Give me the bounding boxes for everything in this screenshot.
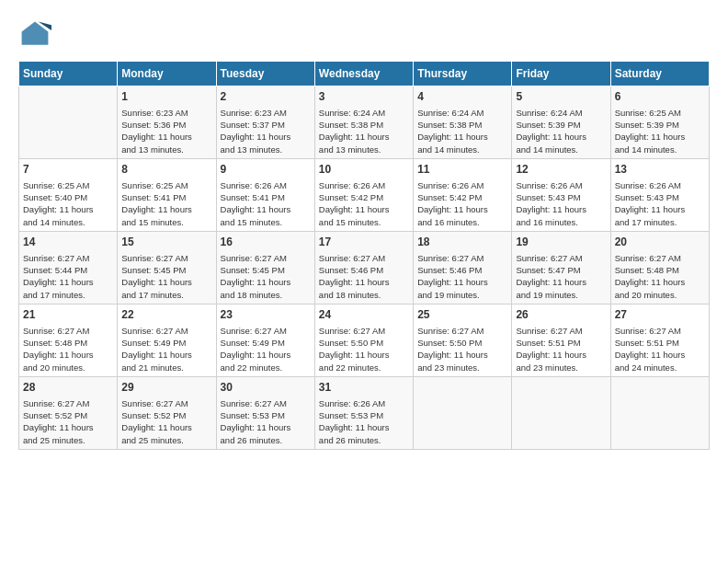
day-info: Sunrise: 6:24 AM Sunset: 5:38 PM Dayligh… <box>319 107 409 155</box>
weekday-header-thursday: Thursday <box>414 62 512 86</box>
day-info: Sunrise: 6:27 AM Sunset: 5:53 PM Dayligh… <box>221 397 311 446</box>
calendar-cell: 5Sunrise: 6:24 AM Sunset: 5:39 PM Daylig… <box>512 86 610 159</box>
day-info: Sunrise: 6:27 AM Sunset: 5:44 PM Dayligh… <box>23 252 113 301</box>
calendar-cell: 14Sunrise: 6:27 AM Sunset: 5:44 PM Dayli… <box>19 231 118 304</box>
day-number: 6 <box>615 89 705 105</box>
page-header <box>18 18 710 52</box>
day-info: Sunrise: 6:24 AM Sunset: 5:39 PM Dayligh… <box>516 107 606 155</box>
calendar-cell: 12Sunrise: 6:26 AM Sunset: 5:43 PM Dayli… <box>512 158 610 231</box>
day-number: 26 <box>516 307 606 323</box>
day-info: Sunrise: 6:27 AM Sunset: 5:45 PM Dayligh… <box>121 252 211 301</box>
weekday-header-wednesday: Wednesday <box>314 62 413 86</box>
day-info: Sunrise: 6:27 AM Sunset: 5:49 PM Dayligh… <box>221 325 311 373</box>
day-info: Sunrise: 6:27 AM Sunset: 5:48 PM Dayligh… <box>615 252 705 301</box>
day-info: Sunrise: 6:26 AM Sunset: 5:53 PM Dayligh… <box>319 397 409 446</box>
day-number: 29 <box>121 380 211 396</box>
calendar-cell: 26Sunrise: 6:27 AM Sunset: 5:51 PM Dayli… <box>512 304 610 376</box>
day-info: Sunrise: 6:25 AM Sunset: 5:39 PM Dayligh… <box>615 107 705 155</box>
day-info: Sunrise: 6:26 AM Sunset: 5:41 PM Dayligh… <box>221 179 311 228</box>
day-info: Sunrise: 6:27 AM Sunset: 5:47 PM Dayligh… <box>516 252 606 301</box>
calendar-cell: 28Sunrise: 6:27 AM Sunset: 5:52 PM Dayli… <box>19 376 118 449</box>
day-info: Sunrise: 6:26 AM Sunset: 5:42 PM Dayligh… <box>319 179 409 228</box>
day-info: Sunrise: 6:27 AM Sunset: 5:48 PM Dayligh… <box>23 325 113 373</box>
day-info: Sunrise: 6:27 AM Sunset: 5:51 PM Dayligh… <box>615 325 705 373</box>
day-info: Sunrise: 6:27 AM Sunset: 5:52 PM Dayligh… <box>23 397 113 446</box>
week-row-4: 21Sunrise: 6:27 AM Sunset: 5:48 PM Dayli… <box>19 304 710 376</box>
calendar-cell: 24Sunrise: 6:27 AM Sunset: 5:50 PM Dayli… <box>314 304 413 376</box>
day-info: Sunrise: 6:25 AM Sunset: 5:40 PM Dayligh… <box>23 179 113 228</box>
calendar-cell: 31Sunrise: 6:26 AM Sunset: 5:53 PM Dayli… <box>314 376 413 449</box>
calendar-cell: 3Sunrise: 6:24 AM Sunset: 5:38 PM Daylig… <box>314 86 413 159</box>
calendar-cell <box>512 376 610 449</box>
day-info: Sunrise: 6:24 AM Sunset: 5:38 PM Dayligh… <box>417 107 507 155</box>
day-number: 13 <box>615 162 705 178</box>
day-info: Sunrise: 6:27 AM Sunset: 5:52 PM Dayligh… <box>121 397 211 446</box>
week-row-5: 28Sunrise: 6:27 AM Sunset: 5:52 PM Dayli… <box>19 376 710 449</box>
weekday-header-monday: Monday <box>118 62 216 86</box>
logo <box>18 18 55 52</box>
day-info: Sunrise: 6:23 AM Sunset: 5:37 PM Dayligh… <box>221 107 311 155</box>
day-info: Sunrise: 6:25 AM Sunset: 5:41 PM Dayligh… <box>121 179 211 228</box>
week-row-2: 7Sunrise: 6:25 AM Sunset: 5:40 PM Daylig… <box>19 158 710 231</box>
day-number: 14 <box>23 235 113 250</box>
calendar-cell: 21Sunrise: 6:27 AM Sunset: 5:48 PM Dayli… <box>19 304 118 376</box>
calendar-cell: 9Sunrise: 6:26 AM Sunset: 5:41 PM Daylig… <box>216 158 314 231</box>
day-info: Sunrise: 6:26 AM Sunset: 5:43 PM Dayligh… <box>516 179 606 228</box>
week-row-1: 1Sunrise: 6:23 AM Sunset: 5:36 PM Daylig… <box>19 86 710 159</box>
calendar-cell: 8Sunrise: 6:25 AM Sunset: 5:41 PM Daylig… <box>118 158 216 231</box>
calendar-cell: 22Sunrise: 6:27 AM Sunset: 5:49 PM Dayli… <box>118 304 216 376</box>
day-number: 30 <box>221 380 311 396</box>
calendar-cell: 30Sunrise: 6:27 AM Sunset: 5:53 PM Dayli… <box>216 376 314 449</box>
calendar-cell: 1Sunrise: 6:23 AM Sunset: 5:36 PM Daylig… <box>118 86 216 159</box>
calendar-cell: 13Sunrise: 6:26 AM Sunset: 5:43 PM Dayli… <box>610 158 709 231</box>
day-number: 31 <box>319 380 409 396</box>
day-number: 5 <box>516 89 606 105</box>
calendar-cell: 17Sunrise: 6:27 AM Sunset: 5:46 PM Dayli… <box>314 231 413 304</box>
day-number: 11 <box>417 162 507 178</box>
day-number: 23 <box>221 307 311 323</box>
calendar-cell: 11Sunrise: 6:26 AM Sunset: 5:42 PM Dayli… <box>414 158 512 231</box>
week-row-3: 14Sunrise: 6:27 AM Sunset: 5:44 PM Dayli… <box>19 231 710 304</box>
weekday-header-saturday: Saturday <box>610 62 709 86</box>
day-number: 18 <box>417 235 507 250</box>
day-info: Sunrise: 6:26 AM Sunset: 5:43 PM Dayligh… <box>615 179 705 228</box>
day-number: 12 <box>516 162 606 178</box>
day-number: 19 <box>516 235 606 250</box>
day-info: Sunrise: 6:27 AM Sunset: 5:50 PM Dayligh… <box>319 325 409 373</box>
day-number: 3 <box>319 89 409 105</box>
calendar-cell: 20Sunrise: 6:27 AM Sunset: 5:48 PM Dayli… <box>610 231 709 304</box>
day-number: 17 <box>319 235 409 250</box>
calendar-cell: 10Sunrise: 6:26 AM Sunset: 5:42 PM Dayli… <box>314 158 413 231</box>
calendar-cell: 16Sunrise: 6:27 AM Sunset: 5:45 PM Dayli… <box>216 231 314 304</box>
weekday-header-row: SundayMondayTuesdayWednesdayThursdayFrid… <box>19 62 710 86</box>
day-number: 7 <box>23 162 113 178</box>
calendar-table: SundayMondayTuesdayWednesdayThursdayFrid… <box>18 61 710 450</box>
calendar-cell: 19Sunrise: 6:27 AM Sunset: 5:47 PM Dayli… <box>512 231 610 304</box>
calendar-cell <box>19 86 118 159</box>
day-number: 21 <box>23 307 113 323</box>
day-number: 22 <box>121 307 211 323</box>
calendar-cell: 18Sunrise: 6:27 AM Sunset: 5:46 PM Dayli… <box>414 231 512 304</box>
calendar-cell: 4Sunrise: 6:24 AM Sunset: 5:38 PM Daylig… <box>414 86 512 159</box>
calendar-cell: 2Sunrise: 6:23 AM Sunset: 5:37 PM Daylig… <box>216 86 314 159</box>
day-info: Sunrise: 6:27 AM Sunset: 5:50 PM Dayligh… <box>417 325 507 373</box>
day-info: Sunrise: 6:23 AM Sunset: 5:36 PM Dayligh… <box>121 107 211 155</box>
day-number: 15 <box>121 235 211 250</box>
day-number: 20 <box>615 235 705 250</box>
day-info: Sunrise: 6:27 AM Sunset: 5:46 PM Dayligh… <box>417 252 507 301</box>
calendar-cell: 27Sunrise: 6:27 AM Sunset: 5:51 PM Dayli… <box>610 304 709 376</box>
calendar-cell: 23Sunrise: 6:27 AM Sunset: 5:49 PM Dayli… <box>216 304 314 376</box>
day-number: 2 <box>221 89 311 105</box>
day-number: 27 <box>615 307 705 323</box>
day-number: 8 <box>121 162 211 178</box>
day-info: Sunrise: 6:27 AM Sunset: 5:51 PM Dayligh… <box>516 325 606 373</box>
calendar-cell: 29Sunrise: 6:27 AM Sunset: 5:52 PM Dayli… <box>118 376 216 449</box>
calendar-cell <box>610 376 709 449</box>
day-number: 9 <box>221 162 311 178</box>
day-info: Sunrise: 6:27 AM Sunset: 5:46 PM Dayligh… <box>319 252 409 301</box>
weekday-header-tuesday: Tuesday <box>216 62 314 86</box>
day-number: 1 <box>121 89 211 105</box>
calendar-cell: 7Sunrise: 6:25 AM Sunset: 5:40 PM Daylig… <box>19 158 118 231</box>
day-info: Sunrise: 6:27 AM Sunset: 5:49 PM Dayligh… <box>121 325 211 373</box>
day-info: Sunrise: 6:26 AM Sunset: 5:42 PM Dayligh… <box>417 179 507 228</box>
